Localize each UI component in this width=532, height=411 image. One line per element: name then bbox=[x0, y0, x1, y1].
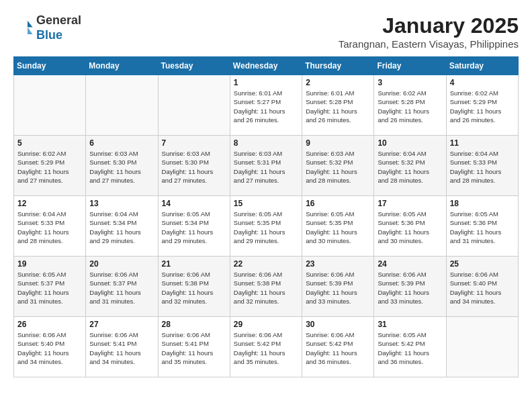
day-info: Sunrise: 6:03 AM Sunset: 5:31 PM Dayligh… bbox=[234, 149, 298, 185]
svg-marker-0 bbox=[28, 20, 33, 27]
day-number: 8 bbox=[234, 138, 298, 148]
calendar-day-10: 10Sunrise: 6:04 AM Sunset: 5:32 PM Dayli… bbox=[374, 136, 446, 196]
calendar-day-11: 11Sunrise: 6:04 AM Sunset: 5:33 PM Dayli… bbox=[446, 136, 518, 196]
day-info: Sunrise: 6:04 AM Sunset: 5:34 PM Dayligh… bbox=[89, 210, 154, 245]
day-info: Sunrise: 6:05 AM Sunset: 5:35 PM Dayligh… bbox=[306, 210, 370, 245]
calendar-day-4: 4Sunrise: 6:02 AM Sunset: 5:29 PM Daylig… bbox=[446, 75, 518, 136]
day-info: Sunrise: 6:06 AM Sunset: 5:40 PM Dayligh… bbox=[17, 330, 82, 366]
day-info: Sunrise: 6:04 AM Sunset: 5:33 PM Dayligh… bbox=[450, 149, 515, 185]
day-info: Sunrise: 6:05 AM Sunset: 5:35 PM Dayligh… bbox=[234, 210, 298, 245]
day-info: Sunrise: 6:03 AM Sunset: 5:30 PM Dayligh… bbox=[162, 149, 226, 185]
location-title: Tarangnan, Eastern Visayas, Philippines bbox=[339, 38, 519, 50]
calendar-day-7: 7Sunrise: 6:03 AM Sunset: 5:30 PM Daylig… bbox=[158, 136, 230, 196]
calendar-day-26: 26Sunrise: 6:06 AM Sunset: 5:40 PM Dayli… bbox=[14, 317, 86, 377]
logo-icon bbox=[13, 18, 34, 38]
calendar-empty bbox=[86, 75, 158, 136]
day-number: 12 bbox=[17, 199, 82, 208]
day-number: 26 bbox=[17, 320, 82, 329]
day-number: 18 bbox=[450, 199, 515, 208]
day-number: 22 bbox=[234, 259, 298, 269]
calendar-empty bbox=[14, 75, 86, 136]
day-info: Sunrise: 6:05 AM Sunset: 5:36 PM Dayligh… bbox=[378, 210, 442, 245]
day-number: 28 bbox=[162, 320, 226, 329]
day-number: 24 bbox=[378, 259, 442, 269]
day-number: 29 bbox=[234, 320, 298, 329]
calendar-day-16: 16Sunrise: 6:05 AM Sunset: 5:35 PM Dayli… bbox=[302, 196, 374, 257]
day-number: 21 bbox=[162, 259, 226, 269]
calendar-day-18: 18Sunrise: 6:05 AM Sunset: 5:36 PM Dayli… bbox=[446, 196, 518, 257]
calendar-day-1: 1Sunrise: 6:01 AM Sunset: 5:27 PM Daylig… bbox=[230, 75, 302, 136]
day-info: Sunrise: 6:04 AM Sunset: 5:33 PM Dayligh… bbox=[17, 210, 82, 245]
day-number: 31 bbox=[378, 320, 442, 329]
calendar-week-5: 26Sunrise: 6:06 AM Sunset: 5:40 PM Dayli… bbox=[14, 317, 519, 377]
calendar-empty bbox=[446, 317, 518, 377]
day-info: Sunrise: 6:03 AM Sunset: 5:32 PM Dayligh… bbox=[306, 149, 370, 185]
calendar-day-13: 13Sunrise: 6:04 AM Sunset: 5:34 PM Dayli… bbox=[86, 196, 158, 257]
day-number: 16 bbox=[306, 199, 370, 208]
day-info: Sunrise: 6:06 AM Sunset: 5:40 PM Dayligh… bbox=[450, 270, 515, 306]
day-number: 9 bbox=[306, 138, 370, 148]
day-info: Sunrise: 6:06 AM Sunset: 5:39 PM Dayligh… bbox=[306, 270, 370, 306]
day-number: 14 bbox=[162, 199, 226, 208]
day-info: Sunrise: 6:06 AM Sunset: 5:39 PM Dayligh… bbox=[378, 270, 442, 306]
day-info: Sunrise: 6:02 AM Sunset: 5:29 PM Dayligh… bbox=[17, 149, 82, 185]
day-number: 13 bbox=[89, 199, 154, 208]
day-number: 11 bbox=[450, 138, 515, 148]
day-number: 1 bbox=[234, 78, 298, 87]
day-info: Sunrise: 6:02 AM Sunset: 5:29 PM Dayligh… bbox=[450, 89, 515, 124]
day-number: 15 bbox=[234, 199, 298, 208]
logo: General Blue bbox=[13, 13, 81, 42]
title-block: January 2025 Tarangnan, Eastern Visayas,… bbox=[339, 13, 519, 50]
header-day-monday: Monday bbox=[86, 57, 158, 75]
calendar-day-17: 17Sunrise: 6:05 AM Sunset: 5:36 PM Dayli… bbox=[374, 196, 446, 257]
calendar-day-6: 6Sunrise: 6:03 AM Sunset: 5:30 PM Daylig… bbox=[86, 136, 158, 196]
calendar-day-20: 20Sunrise: 6:06 AM Sunset: 5:37 PM Dayli… bbox=[86, 257, 158, 317]
calendar-day-19: 19Sunrise: 6:05 AM Sunset: 5:37 PM Dayli… bbox=[14, 257, 86, 317]
calendar-day-27: 27Sunrise: 6:06 AM Sunset: 5:41 PM Dayli… bbox=[86, 317, 158, 377]
day-info: Sunrise: 6:06 AM Sunset: 5:38 PM Dayligh… bbox=[162, 270, 226, 306]
calendar-day-31: 31Sunrise: 6:05 AM Sunset: 5:42 PM Dayli… bbox=[374, 317, 446, 377]
header-day-friday: Friday bbox=[374, 57, 446, 75]
header-day-tuesday: Tuesday bbox=[158, 57, 230, 75]
day-info: Sunrise: 6:04 AM Sunset: 5:32 PM Dayligh… bbox=[378, 149, 442, 185]
day-info: Sunrise: 6:05 AM Sunset: 5:37 PM Dayligh… bbox=[17, 270, 82, 306]
calendar-table: SundayMondayTuesdayWednesdayThursdayFrid… bbox=[13, 56, 519, 377]
day-number: 23 bbox=[306, 259, 370, 269]
calendar-empty bbox=[158, 75, 230, 136]
day-info: Sunrise: 6:06 AM Sunset: 5:41 PM Dayligh… bbox=[89, 330, 154, 366]
calendar-day-12: 12Sunrise: 6:04 AM Sunset: 5:33 PM Dayli… bbox=[14, 196, 86, 257]
day-info: Sunrise: 6:05 AM Sunset: 5:42 PM Dayligh… bbox=[378, 330, 442, 366]
day-info: Sunrise: 6:02 AM Sunset: 5:28 PM Dayligh… bbox=[378, 89, 442, 124]
day-info: Sunrise: 6:06 AM Sunset: 5:38 PM Dayligh… bbox=[234, 270, 298, 306]
calendar-day-22: 22Sunrise: 6:06 AM Sunset: 5:38 PM Dayli… bbox=[230, 257, 302, 317]
calendar-day-21: 21Sunrise: 6:06 AM Sunset: 5:38 PM Dayli… bbox=[158, 257, 230, 317]
calendar-day-25: 25Sunrise: 6:06 AM Sunset: 5:40 PM Dayli… bbox=[446, 257, 518, 317]
header-day-wednesday: Wednesday bbox=[230, 57, 302, 75]
calendar-day-24: 24Sunrise: 6:06 AM Sunset: 5:39 PM Dayli… bbox=[374, 257, 446, 317]
day-number: 30 bbox=[306, 320, 370, 329]
header-day-thursday: Thursday bbox=[302, 57, 374, 75]
svg-marker-1 bbox=[28, 27, 33, 34]
header-day-sunday: Sunday bbox=[14, 57, 86, 75]
day-number: 3 bbox=[378, 78, 442, 87]
day-info: Sunrise: 6:01 AM Sunset: 5:28 PM Dayligh… bbox=[306, 89, 370, 124]
calendar-day-29: 29Sunrise: 6:06 AM Sunset: 5:42 PM Dayli… bbox=[230, 317, 302, 377]
day-number: 5 bbox=[17, 138, 82, 148]
calendar-day-8: 8Sunrise: 6:03 AM Sunset: 5:31 PM Daylig… bbox=[230, 136, 302, 196]
day-number: 17 bbox=[378, 199, 442, 208]
day-number: 4 bbox=[450, 78, 515, 87]
day-info: Sunrise: 6:06 AM Sunset: 5:42 PM Dayligh… bbox=[306, 330, 370, 366]
page-header: General Blue January 2025 Tarangnan, Eas… bbox=[13, 13, 519, 50]
day-info: Sunrise: 6:01 AM Sunset: 5:27 PM Dayligh… bbox=[234, 89, 298, 124]
day-info: Sunrise: 6:06 AM Sunset: 5:42 PM Dayligh… bbox=[234, 330, 298, 366]
calendar-day-30: 30Sunrise: 6:06 AM Sunset: 5:42 PM Dayli… bbox=[302, 317, 374, 377]
calendar-header-row: SundayMondayTuesdayWednesdayThursdayFrid… bbox=[14, 57, 519, 75]
calendar-day-5: 5Sunrise: 6:02 AM Sunset: 5:29 PM Daylig… bbox=[14, 136, 86, 196]
calendar-day-23: 23Sunrise: 6:06 AM Sunset: 5:39 PM Dayli… bbox=[302, 257, 374, 317]
day-info: Sunrise: 6:06 AM Sunset: 5:41 PM Dayligh… bbox=[162, 330, 226, 366]
calendar-day-3: 3Sunrise: 6:02 AM Sunset: 5:28 PM Daylig… bbox=[374, 75, 446, 136]
calendar-week-1: 1Sunrise: 6:01 AM Sunset: 5:27 PM Daylig… bbox=[14, 75, 519, 136]
day-info: Sunrise: 6:05 AM Sunset: 5:34 PM Dayligh… bbox=[162, 210, 226, 245]
day-info: Sunrise: 6:05 AM Sunset: 5:36 PM Dayligh… bbox=[450, 210, 515, 245]
day-number: 20 bbox=[89, 259, 154, 269]
